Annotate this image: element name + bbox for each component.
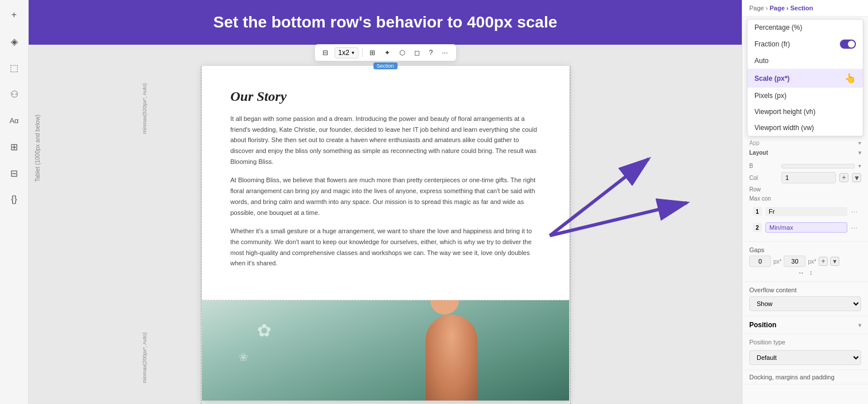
- max-content-row: Max con: [749, 195, 861, 202]
- flower-decor: ✿: [257, 320, 271, 340]
- columns-value[interactable]: 1: [781, 172, 836, 183]
- layout-row-input: B ▾: [749, 163, 861, 169]
- sidebar-icon-users[interactable]: ⚇: [6, 86, 22, 102]
- image-section: ✿ ❀: [202, 300, 569, 401]
- sidebar-icon-pages[interactable]: ⬚: [6, 60, 22, 76]
- columns-row: Col 1 + ▾: [749, 172, 861, 183]
- position-type-select[interactable]: Default: [749, 350, 861, 365]
- gap-h-unit: px*: [773, 258, 781, 265]
- fraction-toggle[interactable]: [840, 40, 856, 49]
- left-sidebar: + ◈ ⬚ ⚇ Aα ⊞ ⊟ {}: [0, 0, 29, 404]
- gap-plus[interactable]: +: [819, 257, 828, 266]
- app-section: App ▾: [742, 139, 868, 147]
- cursor-icon: 👆: [844, 73, 856, 84]
- docking-header: Docking, margins and padding: [742, 370, 868, 385]
- layout-chevron: ▾: [858, 150, 861, 156]
- gaps-inputs: px* px* + ▾: [749, 256, 861, 267]
- gap-vertical-input[interactable]: [784, 256, 805, 267]
- gaps-header: Gaps: [749, 246, 861, 253]
- article-section: Our Story It all began with some passion…: [202, 66, 569, 300]
- gaps-label: Gaps: [749, 246, 764, 253]
- image-bg: [202, 300, 569, 401]
- article-paragraph-3: Whether it's a small gesture or a huge a…: [231, 226, 540, 269]
- canvas-content: ⊟ 1x2 ▾ ⊞ ✦ ⬡ ◻ ? ··· Section minmax(520…: [29, 0, 742, 404]
- rows-row: Row: [749, 186, 861, 193]
- layout-section-header: Layout ▾: [742, 147, 868, 158]
- rows-label: Row: [749, 186, 778, 193]
- panel-breadcrumb: Page › Page › Section: [742, 0, 868, 17]
- arrow-left-icon: ↔: [798, 269, 805, 277]
- dropdown-item-scale[interactable]: Scale (px*) 👆: [748, 69, 863, 88]
- toolbar-icon-star[interactable]: ✦: [381, 47, 394, 58]
- position-type-label: Position type: [749, 339, 861, 346]
- dropdown-item-percentage[interactable]: Percentage (%): [748, 19, 863, 36]
- flower-decor-2: ❀: [239, 350, 248, 364]
- layout-input-label: B: [749, 163, 778, 169]
- toolbar-icon-help[interactable]: ?: [426, 47, 437, 58]
- columns-minus[interactable]: ▾: [852, 173, 861, 182]
- article-title: Our Story: [231, 89, 540, 104]
- row-label-top: minmax(520px*, Auto): [142, 83, 147, 134]
- overflow-section: Overflow content Show: [742, 282, 868, 316]
- sidebar-icon-plus[interactable]: +: [6, 7, 22, 23]
- canvas-area: Set the bottom row's behavior to 400px s…: [29, 0, 742, 404]
- toolbar-icon-shape[interactable]: ⬡: [396, 47, 408, 58]
- top-banner: Set the bottom row's behavior to 400px s…: [29, 0, 742, 45]
- row-item-2: 2 Min/max ···: [749, 220, 861, 235]
- gap-arrows: ↔ ↕: [749, 269, 861, 277]
- row-2-number: 2: [753, 223, 762, 232]
- page-wrapper: ⊟ 1x2 ▾ ⊞ ✦ ⬡ ◻ ? ··· Section minmax(520…: [202, 66, 569, 401]
- sidebar-icon-components[interactable]: ⊞: [6, 139, 22, 155]
- arrow-up-icon: ↕: [809, 269, 813, 277]
- article-paragraph-2: At Blooming Bliss, we believe that flowe…: [231, 175, 540, 218]
- dropdown-item-vh[interactable]: Viewport height (vh): [748, 104, 863, 120]
- overflow-select[interactable]: Show: [749, 296, 861, 311]
- toolbar-layout-icon[interactable]: ⊟: [319, 47, 332, 58]
- max-content-label: Max con: [749, 195, 778, 202]
- gaps-section: Gaps px* px* + ▾ ↔ ↕: [742, 242, 868, 282]
- dropdown-item-pixels[interactable]: Pixels (px): [748, 88, 863, 104]
- row-1-value[interactable]: Fr: [765, 207, 847, 216]
- position-header: Position ▾: [742, 316, 868, 334]
- page-toolbar: ⊟ 1x2 ▾ ⊞ ✦ ⬡ ◻ ? ···: [314, 44, 456, 61]
- row-2-value[interactable]: Min/max: [765, 222, 847, 233]
- behavior-dropdown: Percentage (%) Fraction (fr) Auto Scale …: [747, 19, 863, 136]
- toolbar-divider-1: [362, 48, 363, 57]
- layout-input-chevron: ▾: [858, 163, 861, 169]
- chevron-icon: ▾: [858, 140, 861, 146]
- gap-v-unit: px*: [808, 258, 816, 265]
- gap-horizontal-input[interactable]: [749, 256, 771, 267]
- row-2-more[interactable]: ···: [851, 223, 858, 232]
- layout-controls: B ▾ Col 1 + ▾ Row Max con 1 Fr ··· 2 Min…: [742, 158, 868, 242]
- toolbar-more[interactable]: ···: [439, 47, 451, 58]
- toolbar-icon-rect[interactable]: ◻: [411, 47, 423, 58]
- right-panel: Page › Page › Section Percentage (%) Fra…: [742, 0, 868, 404]
- dropdown-item-auto[interactable]: Auto: [748, 53, 863, 69]
- row-label-bottom: minmax(200px*, Auto): [142, 332, 147, 383]
- sidebar-icon-code[interactable]: {}: [6, 191, 22, 207]
- overflow-label: Overflow content: [749, 287, 861, 293]
- toolbar-icon-components[interactable]: ⊞: [366, 47, 379, 58]
- position-chevron: ▾: [858, 322, 861, 328]
- dropdown-item-fraction[interactable]: Fraction (fr): [748, 36, 863, 53]
- sidebar-icon-typography[interactable]: Aα: [6, 112, 22, 128]
- article-paragraph-1: It all began with some passion and a dre…: [231, 113, 540, 167]
- dropdown-item-vw[interactable]: Viewport width (vw): [748, 120, 863, 136]
- row-1-more[interactable]: ···: [851, 207, 858, 216]
- person-figure: [426, 315, 477, 401]
- toolbar-grid-select[interactable]: 1x2 ▾: [334, 47, 358, 58]
- row-1-number: 1: [753, 207, 762, 216]
- gap-minus[interactable]: ▾: [830, 257, 839, 266]
- position-section: Position type Default: [742, 334, 868, 370]
- layout-input[interactable]: [781, 164, 855, 168]
- row-item-1: 1 Fr ···: [749, 205, 861, 218]
- sidebar-icon-layers[interactable]: ◈: [6, 33, 22, 49]
- columns-plus[interactable]: +: [839, 173, 848, 182]
- sidebar-icon-grid[interactable]: ⊟: [6, 165, 22, 181]
- grid-line-right: [570, 66, 571, 404]
- columns-label: Col: [749, 175, 778, 181]
- grid-line-left: [201, 66, 201, 404]
- section-badge: Section: [373, 62, 397, 69]
